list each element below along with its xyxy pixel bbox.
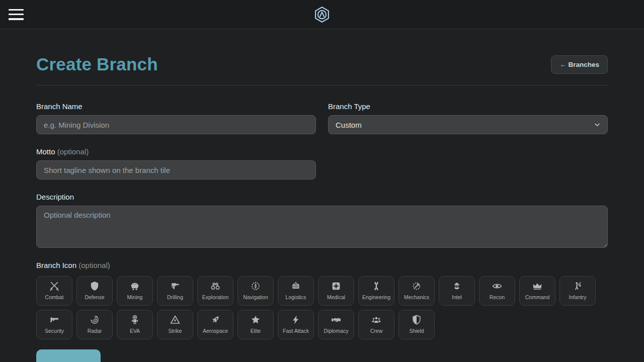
branch-icon-option[interactable]: Elite bbox=[237, 310, 274, 339]
eye-icon bbox=[492, 281, 503, 292]
chevron-down-icon bbox=[593, 121, 601, 129]
branch-type-select[interactable]: Custom bbox=[328, 115, 608, 134]
branch-icon-option[interactable]: Radar bbox=[76, 310, 113, 339]
crossed-swords-icon bbox=[49, 281, 60, 292]
motto-input[interactable] bbox=[36, 160, 316, 179]
branch-icon-option-label: Aerospace bbox=[203, 328, 228, 334]
menu-icon[interactable] bbox=[9, 9, 24, 20]
branch-icon-option[interactable]: Mechanics bbox=[398, 276, 435, 306]
branch-icon-option[interactable]: Drilling bbox=[157, 276, 193, 306]
strike-warning-icon bbox=[170, 314, 181, 325]
branch-icon-option-label: Mining bbox=[127, 294, 143, 300]
branch-icon-option-label: Fast Attack bbox=[283, 328, 309, 334]
handshake-icon bbox=[331, 314, 342, 325]
branch-icon-option-label: Radar bbox=[88, 328, 102, 334]
branch-icon-option[interactable]: EVA bbox=[117, 310, 153, 339]
binoculars-icon bbox=[210, 281, 221, 292]
branch-icon-option-label: Navigation bbox=[243, 294, 268, 300]
branch-icon-option[interactable]: Defense bbox=[76, 276, 113, 306]
branch-icon-option[interactable]: Medical bbox=[318, 276, 354, 306]
divider bbox=[36, 85, 608, 85]
gear-hammer-icon bbox=[411, 281, 422, 292]
drill-icon bbox=[170, 281, 181, 292]
branch-icon-option[interactable]: Navigation bbox=[237, 276, 274, 306]
branch-icon-option[interactable]: Exploration bbox=[197, 276, 233, 306]
branch-icon-option[interactable]: Strike bbox=[157, 310, 193, 339]
spy-icon bbox=[451, 281, 462, 292]
cargo-container-icon bbox=[290, 281, 301, 292]
description-label: Description bbox=[36, 193, 608, 201]
branch-name-field-group: Branch Name bbox=[36, 102, 316, 134]
branch-icon-option[interactable]: Logistics bbox=[278, 276, 314, 306]
branch-icon-option-label: Exploration bbox=[202, 294, 229, 300]
branch-icon-option-label: Crew bbox=[370, 328, 383, 334]
soldier-icon bbox=[572, 281, 583, 292]
branch-icon-option-label: Infantry bbox=[569, 294, 586, 300]
branch-icon-option[interactable]: Crew bbox=[358, 310, 394, 339]
branch-icon-option[interactable]: Aerospace bbox=[197, 310, 233, 339]
shield-outline-icon bbox=[411, 314, 422, 325]
app-logo-icon[interactable] bbox=[313, 6, 331, 24]
branch-icon-label: Branch Icon (optional) bbox=[36, 261, 608, 269]
pistol-icon bbox=[49, 314, 60, 325]
branch-icon-option-label: EVA bbox=[130, 328, 140, 334]
description-field-group: Description bbox=[36, 193, 608, 248]
branch-name-label: Branch Name bbox=[36, 102, 316, 111]
branch-icon-option-label: Shield bbox=[409, 328, 424, 334]
motto-label: Motto (optional) bbox=[36, 147, 316, 156]
branch-icon-option[interactable]: Intel bbox=[439, 276, 475, 306]
mine-cart-icon bbox=[129, 281, 140, 292]
branch-icon-option[interactable]: Combat bbox=[36, 276, 72, 306]
branch-icon-option[interactable]: Fast Attack bbox=[278, 310, 314, 339]
branch-icon-option[interactable]: Mining bbox=[117, 276, 153, 306]
branch-name-input[interactable] bbox=[36, 115, 316, 134]
branch-type-selected-value: Custom bbox=[336, 121, 362, 129]
people-icon bbox=[371, 314, 382, 325]
branch-icon-option[interactable]: Security bbox=[36, 310, 72, 339]
branch-type-field-group: Branch Type Custom bbox=[328, 102, 608, 134]
branch-icon-grid: CombatDefenseMiningDrillingExplorationNa… bbox=[36, 276, 608, 339]
description-textarea[interactable] bbox=[36, 206, 608, 248]
branch-icon-option-label: Intel bbox=[452, 294, 462, 300]
branch-icon-option[interactable]: Recon bbox=[479, 276, 515, 306]
branch-icon-option[interactable]: Diplomacy bbox=[318, 310, 354, 339]
branch-icon-option-label: Engineering bbox=[362, 294, 390, 300]
lightning-icon bbox=[290, 314, 301, 325]
branch-icon-option-label: Recon bbox=[490, 294, 505, 300]
branch-icon-option-label: Mechanics bbox=[404, 294, 429, 300]
astronaut-icon bbox=[129, 314, 140, 325]
branch-type-label: Branch Type bbox=[328, 102, 608, 111]
top-bar bbox=[0, 0, 644, 29]
branch-icon-option-label: Defense bbox=[85, 294, 104, 300]
compass-icon bbox=[250, 281, 261, 292]
branch-icon-option-label: Medical bbox=[327, 294, 345, 300]
motto-field-group: Motto (optional) bbox=[36, 147, 316, 179]
branch-icon-option[interactable]: Infantry bbox=[559, 276, 596, 306]
wrench-icon bbox=[371, 281, 382, 292]
rocket-icon bbox=[210, 314, 221, 325]
branch-icon-field-group: Branch Icon (optional) CombatDefenseMini… bbox=[36, 261, 608, 339]
branch-icon-option[interactable]: Command bbox=[519, 276, 555, 306]
branch-icon-option-label: Elite bbox=[251, 328, 261, 334]
branch-icon-option-label: Strike bbox=[169, 328, 182, 334]
branch-icon-option-label: Logistics bbox=[286, 294, 306, 300]
submit-button[interactable] bbox=[36, 349, 101, 362]
back-to-branches-button[interactable]: ← Branches bbox=[551, 55, 608, 74]
shield-solid-icon bbox=[89, 281, 100, 292]
branch-icon-option-label: Diplomacy bbox=[324, 328, 348, 334]
branch-icon-option[interactable]: Shield bbox=[398, 310, 435, 339]
star-icon bbox=[250, 314, 261, 325]
page-title: Create Branch bbox=[36, 54, 158, 74]
branch-icon-option-label: Drilling bbox=[167, 294, 183, 300]
medical-cross-icon bbox=[331, 281, 342, 292]
crown-icon bbox=[532, 281, 543, 292]
branch-icon-option-label: Combat bbox=[45, 294, 64, 300]
branch-icon-option-label: Command bbox=[525, 294, 549, 300]
branch-icon-option[interactable]: Engineering bbox=[358, 276, 394, 306]
create-branch-page: Create Branch ← Branches Branch Name Bra… bbox=[36, 29, 608, 362]
radar-icon bbox=[89, 314, 100, 325]
branch-icon-option-label: Security bbox=[45, 328, 64, 334]
